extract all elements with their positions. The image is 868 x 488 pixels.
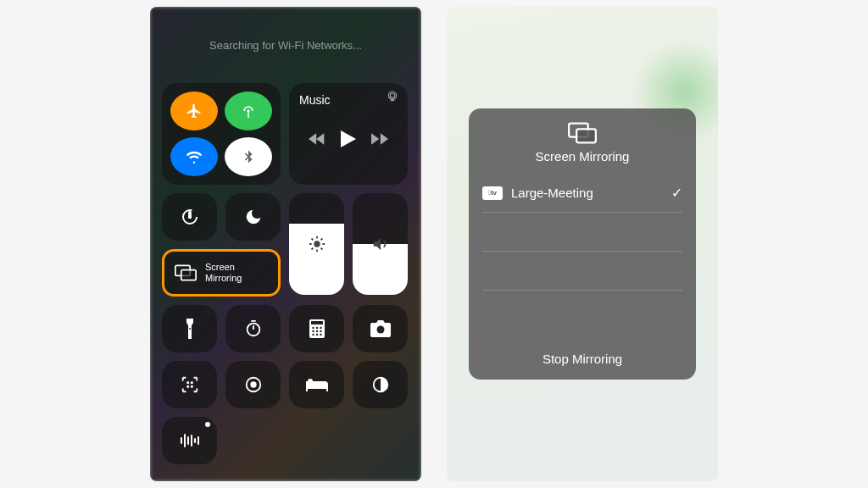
apple-tv-badge-icon: tv bbox=[482, 186, 503, 200]
control-center-content: Music bbox=[150, 7, 421, 481]
sm-label-line1: Screen bbox=[205, 262, 242, 273]
svg-point-15 bbox=[312, 330, 314, 332]
svg-point-17 bbox=[320, 330, 321, 332]
bluetooth-icon bbox=[241, 149, 256, 164]
airplay-icon[interactable] bbox=[386, 90, 399, 103]
screen-mirror-label: Screen Mirroring bbox=[205, 262, 242, 283]
screen-mirroring-button[interactable]: Screen Mirroring bbox=[162, 249, 281, 297]
svg-rect-23 bbox=[190, 381, 192, 384]
device-row-empty bbox=[482, 252, 682, 291]
bed-icon bbox=[306, 378, 328, 391]
music-tile[interactable]: Music bbox=[289, 83, 408, 185]
checkmark-icon: ✓ bbox=[671, 185, 682, 201]
svg-point-16 bbox=[315, 330, 317, 332]
camera-button[interactable] bbox=[353, 305, 408, 352]
stop-mirroring-label: Stop Mirroring bbox=[542, 352, 622, 366]
rotation-lock-button[interactable] bbox=[162, 193, 217, 241]
dark-mode-button[interactable] bbox=[353, 361, 408, 408]
mirroring-modal-phone: Screen Mirroring tv Large-Meeting ✓ Sto… bbox=[447, 7, 718, 481]
rotation-lock-icon bbox=[180, 207, 200, 227]
calculator-icon bbox=[309, 319, 325, 338]
slider-pair bbox=[289, 193, 408, 295]
device-name: Large-Meeting bbox=[511, 186, 593, 200]
forward-icon[interactable] bbox=[371, 132, 388, 146]
svg-rect-11 bbox=[311, 321, 323, 324]
flashlight-icon bbox=[184, 319, 196, 339]
airplane-icon bbox=[186, 103, 203, 119]
timer-button[interactable] bbox=[225, 305, 281, 352]
svg-point-21 bbox=[376, 326, 384, 334]
screen-mirror-icon bbox=[568, 122, 597, 144]
brightness-slider[interactable] bbox=[289, 193, 344, 295]
screen-mirror-icon bbox=[175, 264, 197, 281]
airplane-mode-button[interactable] bbox=[170, 92, 218, 130]
svg-point-9 bbox=[247, 324, 259, 336]
modal-title: Screen Mirroring bbox=[469, 149, 696, 164]
svg-point-14 bbox=[320, 327, 321, 329]
timer-icon bbox=[244, 319, 263, 338]
record-icon bbox=[244, 375, 263, 394]
volume-icon bbox=[371, 235, 390, 253]
qr-icon bbox=[181, 375, 199, 394]
svg-point-12 bbox=[312, 327, 314, 329]
svg-rect-4 bbox=[188, 214, 192, 219]
play-icon[interactable] bbox=[341, 130, 356, 147]
svg-point-20 bbox=[320, 334, 321, 336]
calculator-button[interactable] bbox=[289, 305, 344, 352]
small-tile-grid bbox=[162, 305, 408, 408]
wifi-button[interactable] bbox=[170, 137, 218, 176]
moon-icon bbox=[244, 208, 263, 226]
wifi-icon bbox=[186, 148, 203, 165]
music-controls bbox=[299, 130, 398, 147]
stop-mirroring-button[interactable]: Stop Mirroring bbox=[469, 338, 696, 380]
notification-dot-icon bbox=[205, 422, 210, 427]
svg-rect-25 bbox=[190, 385, 192, 388]
music-label: Music bbox=[299, 93, 398, 107]
row-voice-memo bbox=[162, 417, 409, 464]
svg-rect-22 bbox=[186, 381, 189, 384]
volume-slider[interactable] bbox=[353, 193, 408, 295]
svg-point-19 bbox=[315, 334, 317, 336]
half-circle-icon bbox=[371, 375, 390, 394]
flashlight-button[interactable] bbox=[162, 305, 217, 352]
device-row-large-meeting[interactable]: tv Large-Meeting ✓ bbox=[482, 174, 682, 213]
sm-label-line2: Mirroring bbox=[205, 273, 242, 284]
waveform-icon bbox=[180, 433, 200, 448]
modal-device-list: tv Large-Meeting ✓ bbox=[469, 174, 696, 338]
connectivity-tile bbox=[162, 83, 281, 185]
svg-rect-6 bbox=[181, 270, 196, 280]
svg-point-18 bbox=[312, 334, 314, 336]
svg-point-27 bbox=[250, 381, 256, 387]
do-not-disturb-button[interactable] bbox=[225, 193, 281, 241]
antenna-icon bbox=[240, 103, 257, 119]
sleep-button[interactable] bbox=[289, 361, 344, 408]
svg-point-13 bbox=[315, 327, 317, 329]
svg-point-2 bbox=[390, 93, 394, 97]
control-center-phone: Searching for Wi-Fi Networks... bbox=[150, 7, 421, 481]
qr-scanner-button[interactable] bbox=[162, 361, 217, 408]
screen-record-button[interactable] bbox=[225, 361, 281, 408]
cellular-data-button[interactable] bbox=[225, 92, 272, 130]
svg-point-0 bbox=[247, 109, 249, 112]
row-connectivity-music: Music bbox=[162, 83, 409, 185]
row-lock-dnd-sliders: Screen Mirroring bbox=[162, 193, 409, 297]
camera-icon bbox=[370, 320, 391, 337]
device-row-empty bbox=[482, 213, 682, 252]
screen-mirroring-modal: Screen Mirroring tv Large-Meeting ✓ Sto… bbox=[469, 108, 696, 380]
voice-memo-button[interactable] bbox=[162, 417, 217, 464]
rewind-icon[interactable] bbox=[309, 132, 326, 146]
device-row-empty bbox=[482, 291, 682, 330]
brightness-icon bbox=[308, 235, 326, 253]
svg-rect-24 bbox=[186, 385, 189, 388]
bluetooth-button[interactable] bbox=[225, 137, 272, 176]
svg-rect-30 bbox=[576, 129, 596, 142]
svg-point-7 bbox=[314, 241, 320, 247]
svg-point-8 bbox=[189, 328, 191, 330]
modal-header: Screen Mirroring bbox=[469, 108, 696, 174]
